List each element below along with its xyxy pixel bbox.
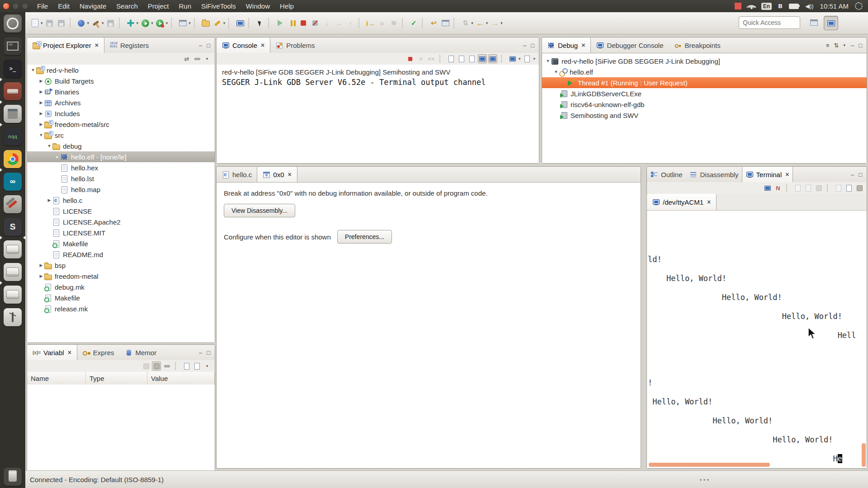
profile-dropdown-icon[interactable]: ▾ [166, 21, 168, 25]
terminate-button[interactable] [298, 18, 309, 28]
show-console-on-output-icon[interactable] [478, 54, 487, 63]
tab-debug[interactable]: Debug × [542, 38, 591, 53]
sort-icon[interactable]: ⇅ [834, 42, 839, 49]
debug-item-selected[interactable]: Thread #1 (Running : User Request) [542, 77, 867, 88]
launcher-arduino[interactable]: ∞ [4, 173, 22, 191]
launcher-terminal[interactable]: >_ [4, 60, 22, 78]
launcher-system-tools[interactable] [4, 195, 22, 213]
tree-item[interactable]: LICENSE.Apache2 [27, 216, 215, 227]
view-disassembly-button[interactable]: View Disassembly... [224, 204, 295, 217]
detail-pane-icon[interactable] [193, 361, 202, 371]
view-menu-icon[interactable]: ▾ [203, 361, 212, 371]
collapse-all-icon[interactable] [193, 54, 202, 63]
column-value[interactable]: Value [147, 372, 215, 385]
word-wrap-icon[interactable] [467, 54, 476, 63]
clock[interactable]: 10:51 AM [820, 2, 849, 10]
view-menu-icon[interactable]: ▾ [203, 54, 212, 63]
minimize-icon[interactable]: ‒ [851, 171, 854, 178]
wifi-icon[interactable] [748, 4, 755, 9]
mark-occurrences-button[interactable]: ✓ [408, 18, 419, 28]
debug-perspective-button[interactable] [824, 16, 838, 30]
memory-view-button[interactable]: ≡ [377, 18, 387, 28]
tab-terminal[interactable]: Terminal × [742, 167, 793, 182]
pin-console-icon[interactable] [488, 54, 497, 63]
tree-item[interactable]: hello.lst [27, 173, 215, 184]
remove-all-launches-icon[interactable]: ×× [427, 54, 436, 63]
external-tools-dropdown-icon[interactable]: ▾ [87, 21, 90, 25]
maximize-icon[interactable]: □ [859, 42, 862, 49]
tab-expressions[interactable]: Expres [77, 345, 120, 360]
launcher-usb-drive[interactable] [4, 308, 22, 326]
save-button[interactable] [44, 18, 55, 28]
debug-button[interactable] [125, 18, 136, 28]
run-button[interactable] [140, 18, 151, 28]
disconnect-button[interactable] [310, 18, 321, 28]
last-edit-location-button[interactable]: ↩ [428, 18, 439, 28]
tree-item[interactable]: ▶freedom-metal [27, 271, 215, 282]
tab-disassembly[interactable]: Disassembly [686, 167, 742, 182]
launcher-chrome[interactable] [4, 150, 22, 168]
menu-sifivetools[interactable]: SiFiveTools [196, 0, 241, 12]
trim-handle-dots[interactable] [699, 479, 710, 481]
window-minimize-button[interactable] [12, 3, 19, 9]
minimize-icon[interactable]: ‒ [523, 42, 526, 49]
menu-help[interactable]: Help [275, 0, 299, 12]
tree-item[interactable]: debug.mk [27, 282, 215, 292]
tab-hello-c[interactable]: hello.c [217, 167, 257, 182]
close-icon[interactable]: × [581, 42, 585, 49]
tree-item[interactable]: README.md [27, 249, 215, 260]
external-tools-button[interactable] [76, 18, 87, 28]
new-terminal-icon[interactable] [793, 183, 802, 192]
remove-launch-icon[interactable]: × [416, 54, 425, 63]
tree-item[interactable]: ▼Cred-v-hello [27, 65, 215, 75]
terminal-output[interactable]: ld! Hello, World! Hello, World! Hello, W… [647, 211, 867, 468]
paste-icon[interactable] [844, 183, 854, 192]
tree-item[interactable]: release.mk [27, 303, 215, 314]
bluetooth-icon[interactable]: 𝗕 [778, 3, 783, 9]
battery-icon[interactable] [789, 4, 799, 9]
tab-console[interactable]: Console × [216, 38, 270, 53]
new-dropdown-icon[interactable]: ▾ [41, 21, 43, 25]
close-icon[interactable]: × [785, 171, 789, 178]
column-name[interactable]: Name [27, 372, 86, 385]
volume-icon[interactable]: ◀)) [805, 3, 814, 9]
tree-item[interactable]: ▶Binaries [27, 86, 215, 97]
launcher-workspace-switcher[interactable] [4, 37, 22, 55]
trace-button[interactable]: ≋ [388, 18, 399, 28]
connect-terminal-icon[interactable] [763, 183, 772, 192]
display-console-dropdown-icon[interactable]: ▾ [519, 56, 521, 61]
copy-icon[interactable] [834, 183, 843, 192]
minimize-icon[interactable]: ‒ [199, 349, 202, 356]
launcher-notepadqq[interactable]: nqq [4, 127, 22, 145]
forward-dropdown-icon[interactable]: ▾ [500, 21, 503, 25]
scroll-lock-icon[interactable] [457, 54, 466, 63]
open-console-dropdown-icon[interactable]: ▾ [533, 56, 535, 61]
disconnect-terminal-icon[interactable]: N [774, 183, 783, 192]
terminal-settings-icon[interactable] [855, 183, 864, 192]
debug-item[interactable]: ▼hello.elf [542, 66, 867, 77]
selection-arrow-button[interactable] [255, 18, 265, 28]
debug-item[interactable]: Semihosting and SWV [542, 110, 867, 121]
tab-project-explorer[interactable]: ◇ Project Explorer × [27, 38, 104, 53]
tree-item[interactable]: ▶Includes [27, 108, 215, 119]
launcher-trash[interactable] [4, 468, 22, 486]
launcher-disk-1[interactable] [4, 240, 22, 258]
tree-item[interactable]: ▶hello.c [27, 195, 215, 206]
back-button[interactable]: ← [475, 18, 486, 28]
keyboard-layout-indicator[interactable]: En [761, 3, 772, 10]
menu-run[interactable]: Run [174, 0, 196, 12]
horizontal-scrollbar[interactable] [649, 463, 770, 467]
window-maximize-button[interactable] [22, 3, 28, 9]
tab-memory[interactable]: Memor [120, 345, 162, 360]
menu-window[interactable]: Window [241, 0, 275, 12]
launcher-file-cabinet[interactable] [4, 82, 22, 100]
filter-icon[interactable]: ≡ [826, 42, 830, 49]
maximize-icon[interactable]: □ [207, 42, 210, 49]
tab-dev-ttyacm1[interactable]: /dev/ttyACM1 × [646, 194, 717, 210]
scroll-lock-icon[interactable] [814, 183, 823, 192]
tab-variables[interactable]: (x)= Variabl × [27, 345, 77, 360]
close-icon[interactable]: × [707, 198, 711, 206]
close-icon[interactable]: × [95, 42, 99, 49]
close-icon[interactable]: × [68, 349, 71, 356]
profile-button[interactable] [155, 18, 165, 28]
